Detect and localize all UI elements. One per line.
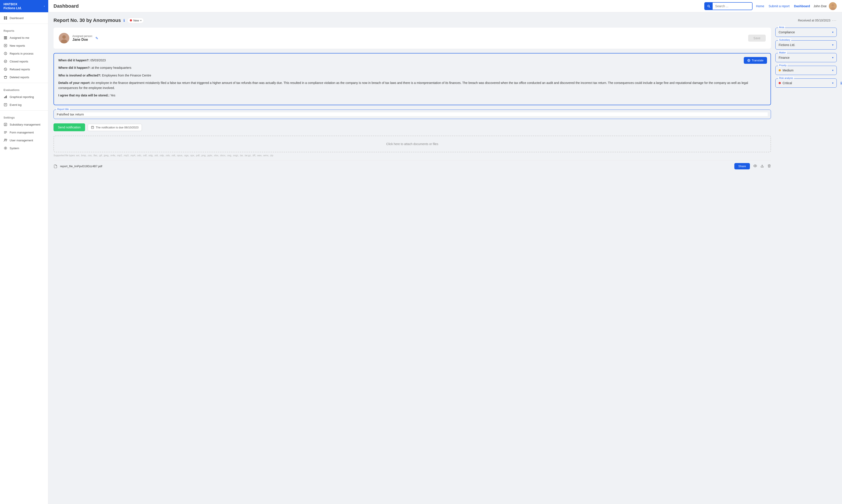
calendar-icon: [91, 126, 94, 129]
page-title: Dashboard: [53, 3, 701, 9]
subsidiary-chevron-icon: ▾: [832, 43, 834, 47]
sidebar-item-assigned[interactable]: Assigned to me: [0, 34, 48, 42]
assigned-row: Assigned person: Jane Doe ✎ Save: [59, 33, 766, 43]
sidebar-item-event-log[interactable]: Event log: [0, 101, 48, 109]
where-label: Where did it happen?:: [58, 66, 91, 70]
details-value: An employee in the finance department mi…: [58, 81, 748, 89]
priority-label: Priority: [778, 64, 787, 67]
sidebar-toggle[interactable]: ‹: [44, 5, 45, 8]
user-area: John Doe: [813, 2, 837, 10]
settings-section-label: Settings: [0, 112, 48, 121]
who-field: Who is involved or affected?: Employees …: [58, 73, 766, 78]
matter-group: Matter Finance ▾: [775, 53, 837, 62]
form-icon: [3, 130, 7, 134]
area-select[interactable]: Compliance ▾: [779, 31, 834, 34]
sidebar: Dashboard Reports Assigned to me New rep…: [0, 12, 48, 504]
search-icon: [707, 4, 711, 8]
svg-rect-9: [4, 39, 7, 39]
avatar: [829, 2, 837, 10]
file-upload-area[interactable]: Click here to attach documents or files: [53, 136, 771, 152]
sidebar-item-closed[interactable]: Closed reports: [0, 57, 48, 65]
risk-indicator: [779, 81, 783, 85]
area-label: Area: [778, 26, 785, 29]
status-label: New: [133, 19, 139, 22]
svg-point-37: [62, 35, 66, 39]
nav-home[interactable]: Home: [756, 4, 764, 8]
send-notification-button[interactable]: Send notification: [53, 123, 85, 131]
sidebar-item-deleted[interactable]: Deleted reports: [0, 73, 48, 81]
edit-assigned-icon[interactable]: ✎: [95, 36, 98, 40]
search-container: [704, 2, 753, 10]
nav-submit-report[interactable]: Submit a report: [769, 4, 790, 8]
sidebar-new-reports-label: New reports: [10, 44, 25, 47]
area-chevron-icon: ▾: [832, 31, 834, 34]
more-options-menu[interactable]: ···: [832, 18, 837, 23]
sidebar-refused-label: Refused reports: [10, 68, 30, 71]
search-icon-btn[interactable]: [705, 3, 713, 10]
svg-rect-8: [4, 37, 7, 38]
svg-rect-5: [4, 18, 5, 19]
where-value: at the company headquarters: [91, 66, 131, 70]
risk-group: Risk analysis Critical ▾ ℹ: [775, 78, 837, 88]
details-field: Details of your report: An employee in t…: [58, 80, 766, 90]
report-title-input[interactable]: [57, 112, 768, 116]
evaluations-section-label: Evaluations: [0, 85, 48, 93]
report-title: Report No. 30 by Anonymous: [53, 18, 121, 23]
avatar-image: [829, 2, 837, 10]
status-chevron-icon: ▾: [140, 19, 141, 22]
subsidiary-label: Subsidiary: [778, 39, 791, 41]
nav-dashboard[interactable]: Dashboard: [794, 4, 810, 8]
consent-value: Yes: [110, 94, 115, 97]
assigned-icon: [3, 36, 7, 40]
priority-value: Medium: [783, 69, 832, 72]
share-button[interactable]: Share: [734, 163, 750, 169]
sidebar-item-graphical[interactable]: Graphical reporting: [0, 93, 48, 101]
sidebar-item-in-process[interactable]: Reports in process: [0, 50, 48, 57]
priority-select[interactable]: Medium ▾: [779, 69, 834, 72]
translate-button[interactable]: Translate: [744, 57, 767, 64]
sidebar-item-dashboard[interactable]: Dashboard: [0, 14, 48, 22]
save-button[interactable]: Save: [748, 35, 766, 42]
translate-label: Translate: [752, 59, 764, 62]
received-info: Received at 05/10/2023 ···: [798, 18, 837, 23]
area-value: Compliance: [779, 31, 795, 34]
svg-rect-4: [6, 16, 7, 18]
notification-due: The notification is due 08/10/2023: [88, 124, 142, 131]
download-file-icon[interactable]: [760, 164, 764, 168]
sidebar-in-process-label: Reports in process: [10, 52, 33, 55]
delete-file-icon[interactable]: [768, 164, 771, 168]
main-left: Assigned person: Jane Doe ✎ Save Transla…: [53, 28, 771, 172]
grid-icon: [3, 16, 7, 20]
subsidiary-select[interactable]: Fictions Ltd. ▾: [779, 43, 834, 47]
sidebar-item-system[interactable]: System: [0, 144, 48, 152]
status-badge[interactable]: New ▾: [127, 18, 144, 23]
notification-row: Send notification The notification is du…: [53, 123, 771, 131]
search-input[interactable]: [713, 3, 752, 9]
risk-info-icon[interactable]: ℹ: [840, 81, 842, 85]
svg-rect-40: [91, 126, 94, 129]
subsidiary-group: Subsidiary Fictions Ltd. ▾: [775, 40, 837, 50]
sidebar-item-form-management[interactable]: Form management: [0, 128, 48, 136]
sidebar-item-refused[interactable]: Refused reports: [0, 65, 48, 73]
sidebar-item-new-reports[interactable]: New reports: [0, 42, 48, 50]
view-file-icon[interactable]: [753, 164, 757, 168]
risk-select[interactable]: Critical ▾: [779, 81, 834, 85]
main-layout: Dashboard Reports Assigned to me New rep…: [0, 12, 842, 504]
sidebar-item-user-management[interactable]: User management: [0, 136, 48, 144]
consent-label: I agree that my data will be stored.:: [58, 94, 109, 97]
report-info-icon[interactable]: ℹ: [123, 18, 125, 22]
svg-rect-23: [4, 104, 7, 106]
assigned-card: Assigned person: Jane Doe ✎ Save: [53, 28, 771, 49]
subsidiary-icon: [3, 123, 7, 126]
assigned-name: Jane Doe: [72, 38, 93, 42]
when-value: 05/03/2023: [90, 58, 106, 62]
matter-select[interactable]: Finance ▾: [779, 56, 834, 59]
reports-section-label: Reports: [0, 25, 48, 34]
sidebar-system-label: System: [10, 147, 19, 150]
main-nav: Home Submit a report Dashboard: [756, 4, 810, 8]
where-field: Where did it happen?: at the company hea…: [58, 65, 766, 70]
process-icon: [3, 52, 7, 55]
sidebar-item-subsidiary[interactable]: Subsidiary management: [0, 121, 48, 128]
priority-indicator: [779, 69, 783, 72]
status-dot: [130, 19, 132, 21]
